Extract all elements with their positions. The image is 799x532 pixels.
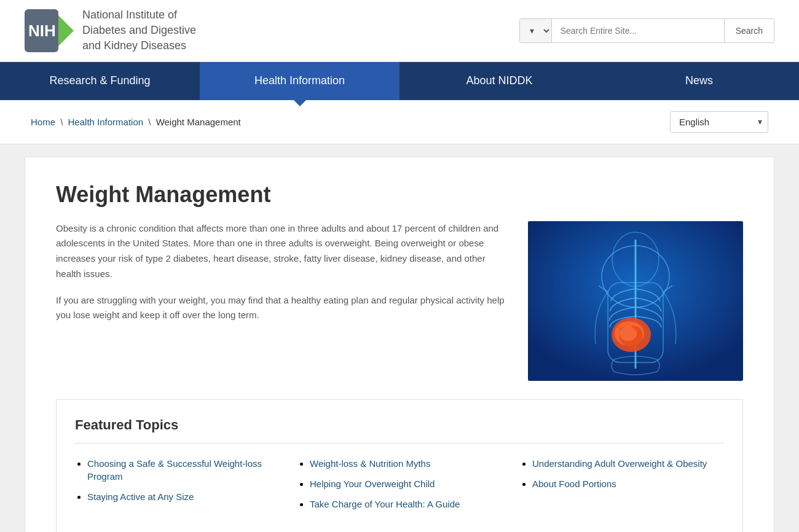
main-content: Weight Management Obesity is a chronic c…	[0, 144, 799, 532]
topics-column-1: Choosing a Safe & Successful Weight-loss…	[75, 457, 279, 518]
language-selector-wrapper: English Español ▾	[670, 111, 768, 133]
breadcrumb-sep2: \	[148, 117, 153, 127]
search-button[interactable]: Search	[724, 19, 774, 42]
nav-item-research[interactable]: Research & Funding	[0, 62, 200, 100]
breadcrumb-area: Home \ Health Information \ Weight Manag…	[0, 100, 799, 144]
nav-item-health[interactable]: Health Information	[200, 62, 399, 100]
featured-topics-title: Featured Topics	[75, 417, 724, 433]
topic-link-take-charge[interactable]: Take Charge of Your Health: A Guide	[310, 499, 460, 509]
breadcrumb-sep1: \	[60, 117, 65, 127]
list-item: Choosing a Safe & Successful Weight-loss…	[87, 457, 279, 483]
page-title: Weight Management	[56, 182, 743, 208]
topic-link-overweight-child[interactable]: Helping Your Overweight Child	[310, 479, 435, 489]
list-item: Staying Active at Any Size	[87, 490, 279, 503]
intro-paragraph-1: Obesity is a chronic condition that affe…	[56, 221, 510, 282]
content-card: Weight Management Obesity is a chronic c…	[25, 157, 774, 532]
featured-topics-section: Featured Topics Choosing a Safe & Succes…	[56, 399, 743, 532]
language-select[interactable]: English Español	[670, 111, 768, 133]
featured-divider	[75, 443, 724, 444]
list-item: Understanding Adult Overweight & Obesity	[532, 457, 724, 470]
content-body: Obesity is a chronic condition that affe…	[56, 221, 743, 381]
search-area: ▾ Search	[519, 18, 774, 43]
svg-text:NIH: NIH	[28, 22, 56, 40]
breadcrumb-home[interactable]: Home	[31, 117, 55, 127]
breadcrumb-current: Weight Management	[156, 117, 241, 127]
topic-link-staying-active[interactable]: Staying Active at Any Size	[87, 491, 194, 502]
topic-link-choosing[interactable]: Choosing a Safe & Successful Weight-loss…	[87, 458, 262, 482]
search-input[interactable]	[552, 19, 724, 42]
list-item: Take Charge of Your Health: A Guide	[310, 498, 502, 510]
topics-column-2: Weight-loss & Nutrition Myths Helping Yo…	[297, 457, 502, 518]
site-header: NIH National Institute of Diabetes and D…	[0, 0, 799, 62]
nav-item-news[interactable]: News	[599, 62, 799, 100]
svg-point-9	[620, 326, 637, 341]
logo-area: NIH National Institute of Diabetes and D…	[25, 7, 196, 54]
breadcrumb: Home \ Health Information \ Weight Manag…	[31, 117, 241, 127]
main-nav: Research & Funding Health Information Ab…	[0, 62, 799, 100]
topic-link-myths[interactable]: Weight-loss & Nutrition Myths	[310, 458, 430, 469]
intro-paragraph-2: If you are struggling with your weight, …	[56, 293, 510, 324]
topics-column-3: Understanding Adult Overweight & Obesity…	[520, 457, 724, 518]
list-item: Helping Your Overweight Child	[310, 477, 502, 490]
body-anatomy-image	[528, 221, 743, 381]
body-illustration-svg	[528, 221, 743, 381]
topic-link-understanding-adult[interactable]: Understanding Adult Overweight & Obesity	[532, 458, 707, 469]
list-item: About Food Portions	[532, 477, 724, 490]
list-item: Weight-loss & Nutrition Myths	[310, 457, 502, 470]
nav-item-about[interactable]: About NIDDK	[399, 62, 599, 100]
topic-link-food-portions[interactable]: About Food Portions	[532, 479, 616, 489]
text-area: Obesity is a chronic condition that affe…	[56, 221, 510, 381]
search-scope-dropdown[interactable]: ▾	[520, 19, 552, 42]
nih-logo: NIH	[25, 9, 74, 52]
body-image-wrapper	[528, 221, 743, 381]
org-name: National Institute of Diabetes and Diges…	[82, 7, 196, 54]
topics-grid: Choosing a Safe & Successful Weight-loss…	[75, 457, 724, 518]
breadcrumb-health-info[interactable]: Health Information	[68, 117, 144, 127]
svg-marker-2	[58, 15, 74, 46]
